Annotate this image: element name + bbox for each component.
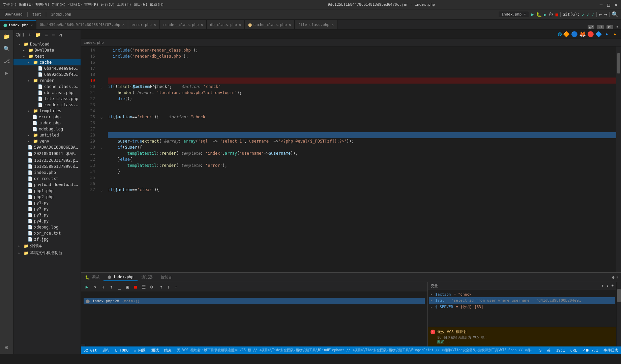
browser-icon-opera[interactable]: 🔴 xyxy=(587,31,594,37)
step-out-button[interactable]: ↑ xyxy=(108,283,115,290)
debug-run-button[interactable]: 🐛 xyxy=(536,12,542,17)
tab-cache-class-php[interactable]: ⬤ cache_class.php × xyxy=(245,20,295,29)
sidebar-item-render[interactable]: ▾ 📁 render xyxy=(13,78,81,84)
run-debug-icon[interactable]: ▶ xyxy=(1,67,12,78)
browser-icon-firefox[interactable]: 🔶 xyxy=(563,31,570,37)
sidebar-item-doc[interactable]: 📄 161855886137899.doc xyxy=(13,163,81,170)
sidebar-item-pdf[interactable]: 📄 161733263317892.pdf xyxy=(13,157,81,163)
sidebar-item-render-class[interactable]: 📄 render_class.php xyxy=(13,102,81,108)
forward-button[interactable]: → xyxy=(604,11,607,18)
sidebar-item-php1[interactable]: 📄 php1.php xyxy=(13,188,81,194)
sidebar-item-error-php[interactable]: 📄 error.php xyxy=(13,114,81,120)
git-check-button[interactable]: ✓ xyxy=(582,12,584,17)
fold-25[interactable]: ⌄ xyxy=(100,114,102,120)
editor-scrollbar-thumb[interactable] xyxy=(617,53,620,73)
statusbar-encoding[interactable]: CRL xyxy=(570,348,577,353)
breadcrumb-file[interactable]: index.php xyxy=(84,40,104,45)
stop-debug-button[interactable]: ■ xyxy=(132,283,139,290)
sidebar-item-xdebug-log-tmpl[interactable]: 📄 xdebug.log xyxy=(13,126,81,132)
sidebar-item-py1[interactable]: 📄 py1.py xyxy=(13,200,81,206)
sidebar-item-zf-jpg[interactable]: 📄 zf.jpg xyxy=(13,236,81,242)
debug-tab[interactable]: 🐛 调试 xyxy=(81,273,104,281)
console-tab[interactable]: 控制台 xyxy=(157,273,176,281)
tab-error-php[interactable]: error.php × xyxy=(128,20,159,29)
sidebar-item-test[interactable]: ▾ 📁 test xyxy=(13,53,81,59)
sidebar-item-or-rce[interactable]: 📄 or_rce.txt xyxy=(13,176,81,182)
sidebar-item-6a9[interactable]: 📄 6a992d5529f459a44f xyxy=(13,71,81,78)
close-button[interactable]: × xyxy=(614,2,618,7)
tab-close-error-php[interactable]: × xyxy=(154,23,156,27)
browser-icon-firefox2[interactable]: 🦊 xyxy=(579,31,586,37)
tab-close-render-class-php[interactable]: × xyxy=(201,23,203,27)
statusbar-line-col[interactable]: 19:1 xyxy=(556,348,565,353)
tab-index-php[interactable]: ⬤ index.php × xyxy=(0,20,36,29)
titlebar-menu[interactable]: 文件(F) 编辑(E) 视图(V) 导航(N) 代码(C) 重构(R) 运行(U… xyxy=(3,2,164,7)
hide-sidebar-icon[interactable]: ◁ xyxy=(57,31,63,39)
statusbar-file-type[interactable]: PHP 7.1 xyxy=(583,348,598,353)
editor-scrollbar[interactable] xyxy=(616,47,621,272)
sidebar-item-59aa[interactable]: 📄 59ABAAD8E68806EBAC108B xyxy=(13,144,81,150)
variables-add-watch[interactable]: + xyxy=(611,283,614,289)
statusbar-end[interactable]: 结束 xyxy=(164,348,172,353)
sidebar-item-untitled[interactable]: ▸ 📁 untitled xyxy=(13,132,81,138)
index-php-tab[interactable]: ⬤ index.php xyxy=(104,273,138,281)
tab-close-file-class-php[interactable]: × xyxy=(331,23,334,27)
maximize-panel-icon[interactable]: ⬆ xyxy=(616,275,618,280)
step-into-button[interactable]: ↓ xyxy=(100,283,107,290)
window-controls[interactable]: ─ □ × xyxy=(599,2,618,7)
sidebar-item-scratch[interactable]: ▸ 📁 草稿文件和控制台 xyxy=(13,249,81,256)
tab-close-db-class-php[interactable]: × xyxy=(239,23,241,27)
expand-editor-icon[interactable]: ⬆ xyxy=(616,25,618,29)
var-sql[interactable]: ▸ $sql = "select id from user where user… xyxy=(429,297,615,304)
sidebar-item-db-class[interactable]: 📄 db_class.php xyxy=(13,90,81,96)
code-editor[interactable]: 14 15 16 17 18 ⬤ 19 20 21 22 23 24 25 26… xyxy=(81,47,621,272)
statusbar-event-log[interactable]: 事件日志 xyxy=(603,348,618,353)
toolbar-indexphp[interactable]: index.php xyxy=(49,11,73,17)
fold-37[interactable]: ⌄ xyxy=(100,187,102,193)
sidebar-item-py3[interactable]: 📄 py3.py xyxy=(13,212,81,218)
menu-file[interactable]: 文件(F) 编辑(E) 视图(V) 导航(N) 代码(C) 重构(R) 运行(U… xyxy=(3,2,164,7)
git-label[interactable]: Git(G): xyxy=(563,12,580,17)
sidebar-item-templates[interactable]: ▾ 📁 templates xyxy=(13,108,81,114)
profile-button[interactable]: ⏱ xyxy=(549,12,553,17)
code-content[interactable]: include('render/render_class.php'); incl… xyxy=(105,47,616,272)
fold-30[interactable]: ⌄ xyxy=(100,144,102,150)
git-icon[interactable]: ⎇ xyxy=(1,55,12,66)
collapse-all-icon[interactable]: ≡ xyxy=(43,31,49,39)
tab-file-class-php[interactable]: file_class.php × xyxy=(295,20,337,29)
run-button[interactable]: ▶ xyxy=(531,11,534,18)
settings-icon[interactable]: ⚙ xyxy=(1,342,12,353)
sidebar-item-cache-class[interactable]: 📄 cache_class.php xyxy=(13,84,81,90)
sidebar-item-xor-rce[interactable]: 📄 xor_rce.txt xyxy=(13,230,81,236)
debug-add-button[interactable]: + xyxy=(173,283,179,290)
sidebar-item-payload[interactable]: 📄 payload_download.php.jpg xyxy=(13,182,81,188)
sidebar-item-venv[interactable]: ▸ 📁 venv xyxy=(13,138,81,144)
var-server[interactable]: ▸ $_SERVER = {数组} [63] xyxy=(429,304,615,310)
settings-bottom-icon[interactable]: ⚙ xyxy=(612,275,615,280)
run-to-cursor-button[interactable]: ⎯ xyxy=(116,283,123,290)
debug-down-button[interactable]: ↓ xyxy=(165,283,172,290)
evaluate-button[interactable]: ▣ xyxy=(124,283,131,290)
explorer-icon[interactable]: 📁 xyxy=(1,31,12,42)
sidebar-item-xdebug-log2[interactable]: 📄 xdebug.log xyxy=(13,224,81,230)
toolbar-test[interactable]: test xyxy=(30,11,43,17)
tab-close-index-php[interactable]: × xyxy=(31,23,33,27)
tab-close-hash-php[interactable]: × xyxy=(122,23,125,27)
fold-20[interactable]: ⌄ xyxy=(100,84,102,90)
test-tab[interactable]: 测试器 xyxy=(138,273,157,281)
new-file-icon[interactable]: + xyxy=(27,31,32,39)
sidebar-item-0ba[interactable]: 📄 0ba4439ee9a46d9d9f xyxy=(13,65,81,71)
sidebar-item-dwnldata[interactable]: ▸ 📁 DwnlData xyxy=(13,47,81,53)
sidebar-item-py4[interactable]: 📄 py4.py xyxy=(13,218,81,224)
variables-scroll-down[interactable]: ↓ xyxy=(607,283,609,289)
tab-hash-php[interactable]: 0ba4439ee9a46d9d9f14c60f88f45f87.php × xyxy=(36,20,128,29)
tab-render-class-php[interactable]: render_class.php × xyxy=(160,20,207,29)
tab-close-cache-class-php[interactable]: × xyxy=(289,23,291,27)
git-check3-button[interactable]: ✓ xyxy=(591,12,594,17)
find-icon[interactable]: 🔍 xyxy=(1,43,12,54)
git-check2-button[interactable]: ✓ xyxy=(587,12,589,17)
sidebar-item-index-php2[interactable]: 📄 index.php xyxy=(13,170,81,176)
statusbar-problems[interactable]: ⚠ 问题 xyxy=(134,348,146,353)
sidebar-item-cache[interactable]: ▾ 📁 cache xyxy=(13,59,81,65)
search-icon[interactable]: 🔍 xyxy=(612,11,618,18)
